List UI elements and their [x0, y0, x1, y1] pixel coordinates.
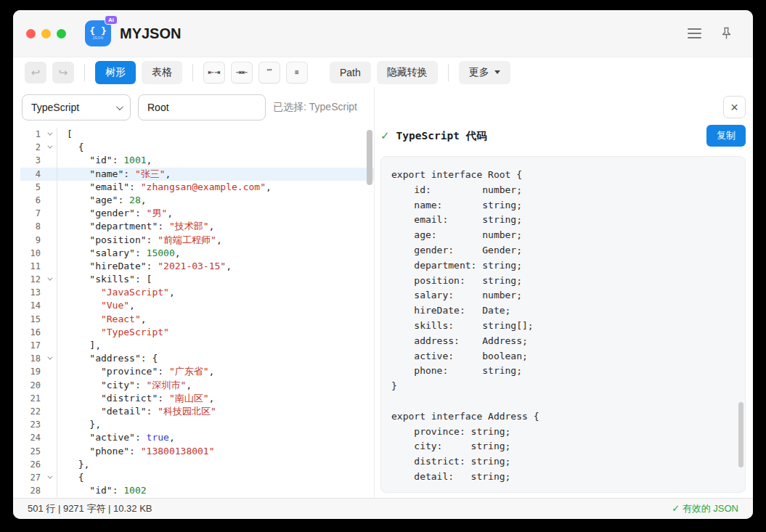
editor-line[interactable]: 6 "age": 28, — [20, 194, 374, 207]
line-content: "email": "zhangsan@example.com", — [57, 181, 374, 194]
line-number: 20 — [20, 379, 41, 392]
line-number: 22 — [20, 405, 41, 418]
editor-line[interactable]: 4 "name": "张三", — [20, 168, 374, 181]
code-scrollbar-thumb[interactable] — [738, 402, 743, 467]
editor-line[interactable]: 3 "id": 1001, — [20, 154, 374, 167]
app-window: Ai { } JSON MYJSON ↩ ↪ 树形 表格 ⇤⇥⇥⇤“”≡ Pat… — [13, 10, 753, 519]
editor-line[interactable]: 15 "React", — [20, 313, 374, 326]
editor-line[interactable]: 17 ], — [20, 339, 374, 352]
line-number: 14 — [20, 299, 41, 312]
expand-width-icon[interactable]: ⇤⇥ — [203, 62, 225, 83]
editor-line[interactable]: 8 "department": "技术部", — [20, 220, 374, 233]
editor-line[interactable]: 19 "province": "广东省", — [20, 365, 374, 378]
minimize-window-button[interactable] — [41, 29, 51, 38]
editor-line[interactable]: 21 "district": "南山区", — [20, 392, 374, 405]
compress-icon[interactable]: ⇥⇤ — [231, 62, 253, 83]
line-content: "district": "南山区", — [57, 392, 374, 405]
line-content: "gender": "男", — [57, 207, 374, 220]
collapse-chevron-icon[interactable] — [41, 128, 57, 141]
path-button[interactable]: Path — [330, 62, 371, 83]
line-gutter-spacer — [41, 405, 57, 418]
titlebar: Ai { } JSON MYJSON — [13, 10, 753, 57]
hide-convert-button[interactable]: 隐藏转换 — [377, 61, 438, 84]
menu-icon[interactable] — [688, 28, 701, 38]
ai-badge: Ai — [105, 15, 118, 25]
json-editor[interactable]: 1[2 {3 "id": 1001,4 "name": "张三",5 "emai… — [20, 128, 374, 498]
collapse-chevron-icon[interactable] — [41, 141, 57, 154]
editor-line[interactable]: 12 "skills": [ — [20, 273, 374, 286]
line-gutter-spacer — [41, 247, 57, 260]
editor-line[interactable]: 9 "position": "前端工程师", — [20, 234, 374, 247]
json-valid-status: ✓ 有效的 JSON — [672, 502, 738, 515]
status-bar: 501 行 | 9271 字符 | 10.32 KB ✓ 有效的 JSON — [13, 498, 753, 519]
editor-line[interactable]: 1[ — [20, 128, 374, 141]
line-gutter-spacer — [41, 431, 57, 444]
close-window-button[interactable] — [26, 29, 36, 38]
typescript-panel: × ✓ TypeScript 代码 复制 export interface Ro… — [375, 87, 753, 498]
editor-line[interactable]: 10 "salary": 15000, — [20, 247, 374, 260]
editor-line[interactable]: 25 "phone": "13800138001" — [20, 445, 374, 458]
line-number: 10 — [20, 247, 41, 260]
root-name-input[interactable] — [138, 94, 266, 120]
line-content: "id": 1001, — [57, 154, 374, 167]
editor-line[interactable]: 26 }, — [20, 458, 374, 471]
editor-line[interactable]: 24 "active": true, — [20, 431, 374, 444]
line-number: 17 — [20, 339, 41, 352]
line-content: "id": 1002 — [57, 484, 374, 497]
collapse-chevron-icon[interactable] — [41, 471, 57, 484]
line-gutter-spacer — [41, 445, 57, 458]
editor-line[interactable]: 28 "id": 1002 — [20, 484, 374, 497]
check-icon: ✓ — [380, 129, 390, 142]
line-content: "active": true, — [57, 431, 374, 444]
editor-line[interactable]: 16 "TypeScript" — [20, 326, 374, 339]
editor-line[interactable]: 13 "JavaScript", — [20, 286, 374, 299]
editor-line[interactable]: 5 "email": "zhangsan@example.com", — [20, 181, 374, 194]
panel-header: ✓ TypeScript 代码 复制 — [380, 125, 746, 147]
line-gutter-spacer — [41, 154, 57, 167]
editor-scrollbar[interactable] — [367, 128, 372, 498]
line-number: 1 — [20, 128, 41, 141]
tree-view-button[interactable]: 树形 — [95, 61, 136, 84]
toolbar-divider — [448, 64, 449, 81]
editor-line[interactable]: 27 { — [20, 471, 374, 484]
toolbar-divider — [84, 64, 85, 81]
collapse-chevron-icon[interactable] — [41, 352, 57, 365]
close-panel-button[interactable]: × — [723, 96, 746, 118]
line-content: "detail": "科技园北区" — [57, 405, 374, 418]
braces-glyph: { } — [89, 27, 106, 36]
collapse-chevron-icon[interactable] — [41, 273, 57, 286]
more-dropdown-button[interactable]: 更多 — [459, 61, 510, 84]
redo-button[interactable]: ↪ — [52, 62, 74, 83]
editor-line[interactable]: 23 }, — [20, 418, 374, 431]
line-gutter-spacer — [41, 339, 57, 352]
line-number: 12 — [20, 273, 41, 286]
line-content: { — [57, 471, 374, 484]
pin-icon[interactable] — [720, 26, 733, 41]
line-content: "department": "技术部", — [57, 220, 374, 233]
editor-line[interactable]: 20 "city": "深圳市", — [20, 379, 374, 392]
editor-column: TypeScript 已选择: TypeScript 1[2 {3 "id": … — [13, 87, 375, 498]
editor-line[interactable]: 22 "detail": "科技园北区" — [20, 405, 374, 418]
type-select[interactable]: TypeScript — [22, 94, 131, 120]
editor-line[interactable]: 11 "hireDate": "2021-03-15", — [20, 260, 374, 273]
editor-line[interactable]: 7 "gender": "男", — [20, 207, 374, 220]
editor-line[interactable]: 18 "address": { — [20, 352, 374, 365]
editor-line[interactable]: 2 { — [20, 141, 374, 154]
line-gutter-spacer — [41, 458, 57, 471]
scrollbar-thumb[interactable] — [367, 130, 372, 185]
line-content: "phone": "13800138001" — [57, 445, 374, 458]
caret-down-icon — [494, 70, 500, 74]
undo-button[interactable]: ↩ — [25, 62, 46, 83]
editor-line[interactable]: 14 "Vue", — [20, 299, 374, 312]
zoom-window-button[interactable] — [57, 29, 66, 38]
line-content: "age": 28, — [57, 194, 374, 207]
escape-quotes-icon[interactable]: “” — [258, 62, 280, 83]
sort-icon[interactable]: ≡ — [286, 62, 308, 83]
table-view-button[interactable]: 表格 — [142, 61, 182, 84]
panel-title: TypeScript 代码 — [396, 129, 487, 143]
line-number: 3 — [20, 154, 41, 167]
line-number: 11 — [20, 260, 41, 273]
line-content: "Vue", — [57, 299, 374, 312]
copy-button[interactable]: 复制 — [706, 125, 746, 147]
line-gutter-spacer — [41, 207, 57, 220]
